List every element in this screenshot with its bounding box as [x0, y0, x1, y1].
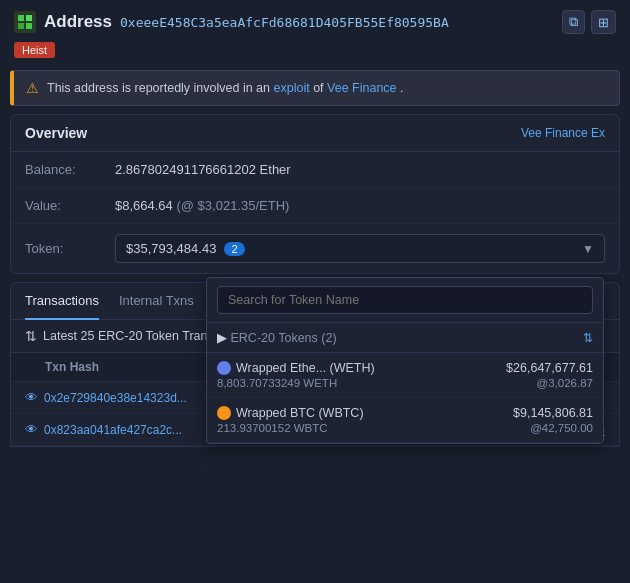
token-item-weth[interactable]: Wrapped Ethe... (WETH) 8,803.70733249 WE…	[207, 353, 603, 398]
value-label: Value:	[25, 198, 115, 213]
vee-finance-link-alert[interactable]: Vee Finance	[327, 81, 397, 95]
value-row: Value: $8,664.64 (@ $3,021.35/ETH)	[11, 188, 619, 224]
balance-row: Balance: 2.867802491176661202 Ether	[11, 152, 619, 188]
token-weth-price: @3,026.87	[537, 377, 593, 389]
token-search-row	[207, 278, 603, 323]
svg-rect-0	[14, 11, 36, 33]
token-wbtc-price: @42,750.00	[530, 422, 593, 434]
tab-internal-txns[interactable]: Internal Txns	[119, 283, 194, 320]
token-dropdown-panel: ▶ ERC-20 Tokens (2) ⇅ Wrapped Ethe... (W…	[206, 277, 604, 444]
tab-transactions[interactable]: Transactions	[25, 283, 99, 320]
token-count-badge: 2	[224, 242, 244, 256]
token-wbtc-name: Wrapped BTC (WBTC)	[217, 406, 364, 420]
svg-rect-3	[26, 15, 32, 21]
token-label: Token:	[25, 241, 115, 256]
token-item-wbtc-left: Wrapped BTC (WBTC) 213.93700152 WBTC	[217, 406, 364, 434]
value-usd: $8,664.64 (@ $3,021.35/ETH)	[115, 198, 289, 213]
overview-title: Overview	[25, 125, 87, 141]
copy-button[interactable]: ⧉	[562, 10, 585, 34]
token-item-wbtc[interactable]: Wrapped BTC (WBTC) 213.93700152 WBTC $9,…	[207, 398, 603, 443]
svg-rect-1	[18, 15, 24, 21]
overview-section: Overview Vee Finance Ex Balance: 2.86780…	[10, 114, 620, 274]
address-icon	[14, 11, 36, 33]
eye-icon-2[interactable]: 👁	[25, 422, 38, 437]
chevron-down-icon: ▼	[582, 242, 594, 256]
badge-row: Heist	[0, 38, 630, 64]
token-dropdown[interactable]: $35,793,484.43 2 ▼ ▶ ERC-20 Tokens (2) ⇅	[115, 234, 605, 263]
wbtc-icon	[217, 406, 231, 420]
token-weth-name: Wrapped Ethe... (WETH)	[217, 361, 375, 375]
svg-rect-4	[26, 23, 32, 29]
erc20-label: ▶ ERC-20 Tokens (2)	[217, 330, 337, 345]
alert-icon: ⚠	[26, 80, 39, 96]
eye-icon-1[interactable]: 👁	[25, 390, 38, 405]
exploit-link[interactable]: exploit	[274, 81, 310, 95]
heist-badge: Heist	[14, 42, 55, 58]
header: Address 0xeeeE458C3a5eaAfcFd68681D405FB5…	[0, 0, 630, 38]
token-item-wbtc-right: $9,145,806.81 @42,750.00	[513, 406, 593, 434]
sort-icon: ⇅	[583, 331, 593, 345]
header-actions: ⧉ ⊞	[562, 10, 616, 34]
page-title: Address	[44, 12, 112, 32]
token-wbtc-usd: $9,145,806.81	[513, 406, 593, 420]
sort-icon-transfer: ⇅	[25, 328, 37, 344]
token-wbtc-amount: 213.93700152 WBTC	[217, 422, 364, 434]
token-row: Token: $35,793,484.43 2 ▼ ▶ ERC-20 Token…	[11, 224, 619, 273]
balance-value: 2.867802491176661202 Ether	[115, 162, 291, 177]
svg-rect-2	[18, 23, 24, 29]
token-weth-amount: 8,803.70733249 WETH	[217, 377, 375, 389]
token-weth-usd: $26,647,677.61	[506, 361, 593, 375]
token-search-input[interactable]	[217, 286, 593, 314]
balance-label: Balance:	[25, 162, 115, 177]
erc20-header[interactable]: ▶ ERC-20 Tokens (2) ⇅	[207, 323, 603, 353]
token-item-weth-right: $26,647,677.61 @3,026.87	[506, 361, 593, 389]
weth-icon	[217, 361, 231, 375]
alert-banner: ⚠ This address is reportedly involved in…	[10, 70, 620, 106]
vee-finance-external-link[interactable]: Vee Finance Ex	[521, 126, 605, 140]
overview-header: Overview Vee Finance Ex	[11, 115, 619, 152]
token-item-weth-left: Wrapped Ethe... (WETH) 8,803.70733249 WE…	[217, 361, 375, 389]
token-amount: $35,793,484.43	[126, 241, 216, 256]
alert-text: This address is reportedly involved in a…	[47, 81, 404, 95]
grid-button[interactable]: ⊞	[591, 10, 616, 34]
address-value: 0xeeeE458C3a5eaAfcFd68681D405FB55Ef80595…	[120, 15, 449, 30]
